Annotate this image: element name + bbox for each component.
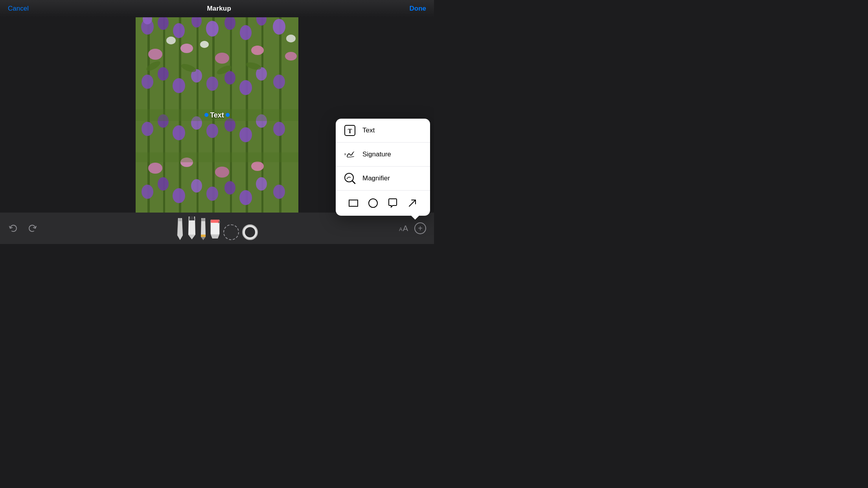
svg-text:T: T <box>348 128 352 134</box>
svg-point-61 <box>239 190 252 205</box>
dropdown-text-label: Text <box>362 127 375 134</box>
svg-point-24 <box>251 46 264 55</box>
fill-tool[interactable] <box>242 221 258 240</box>
svg-point-16 <box>206 21 219 37</box>
svg-rect-65 <box>136 152 298 162</box>
annotation-handle-right[interactable] <box>226 113 230 117</box>
pen-tool-3[interactable] <box>200 218 207 240</box>
svg-point-26 <box>166 37 176 44</box>
svg-marker-75 <box>178 218 182 221</box>
cancel-button[interactable]: Cancel <box>8 5 29 13</box>
svg-point-48 <box>239 127 252 142</box>
svg-point-25 <box>285 52 297 61</box>
text-tool-icon: T <box>344 124 356 137</box>
toolbar-left <box>8 223 38 234</box>
svg-point-22 <box>180 44 193 53</box>
svg-marker-74 <box>177 218 183 240</box>
svg-marker-81 <box>201 218 205 221</box>
svg-point-42 <box>142 122 153 136</box>
svg-line-70 <box>352 181 355 183</box>
annotation-handle-left[interactable] <box>204 113 208 117</box>
svg-point-13 <box>158 16 169 30</box>
magnifier-tool-icon <box>344 172 356 185</box>
svg-point-23 <box>215 53 229 64</box>
dropdown-item-text[interactable]: T Text <box>336 119 430 143</box>
text-size-small-a: A <box>399 226 403 232</box>
dropdown-popup: T Text x Signature Magnifier <box>336 119 430 216</box>
toolbar-right: A A + <box>399 222 426 234</box>
svg-marker-78 <box>189 216 195 220</box>
annotation-text-label: Text <box>210 111 224 119</box>
shape-speech-bubble[interactable] <box>386 196 400 210</box>
pen-tool-1[interactable] <box>176 218 184 240</box>
header: Cancel Markup Done <box>0 0 434 17</box>
text-annotation[interactable]: Text <box>204 111 230 119</box>
undo-button[interactable] <box>8 223 19 234</box>
svg-text:✕: ✕ <box>218 220 220 224</box>
svg-text:x: x <box>344 152 346 156</box>
redo-icon <box>27 223 38 234</box>
lasso-circle <box>223 224 239 240</box>
svg-point-53 <box>215 167 229 178</box>
lasso-tool[interactable] <box>223 221 239 240</box>
svg-point-14 <box>173 23 185 38</box>
eraser-tool[interactable]: ✕ <box>210 220 220 240</box>
svg-marker-88 <box>211 235 219 238</box>
pen-tool-2[interactable] <box>187 216 197 240</box>
photo-canvas[interactable]: Text <box>136 11 298 219</box>
done-button[interactable]: Done <box>409 5 426 13</box>
svg-point-20 <box>273 19 285 35</box>
svg-line-73 <box>409 200 416 206</box>
dropdown-item-magnifier[interactable]: Magnifier <box>336 167 430 191</box>
svg-point-30 <box>158 67 169 81</box>
svg-point-21 <box>148 49 162 60</box>
svg-point-31 <box>173 78 185 93</box>
svg-point-37 <box>273 75 285 89</box>
svg-marker-83 <box>201 237 206 240</box>
shape-circle[interactable] <box>366 196 380 210</box>
dropdown-signature-label: Signature <box>362 150 391 158</box>
svg-point-44 <box>173 125 185 140</box>
add-tool-button[interactable]: + <box>414 222 426 234</box>
svg-marker-79 <box>188 235 195 239</box>
svg-point-72 <box>369 199 377 207</box>
svg-point-59 <box>206 187 218 201</box>
dropdown-item-signature[interactable]: x Signature <box>336 143 430 167</box>
shape-rectangle[interactable] <box>346 196 360 210</box>
text-size-big-a: A <box>403 224 408 233</box>
svg-point-27 <box>200 41 209 48</box>
svg-point-35 <box>239 80 252 95</box>
svg-point-29 <box>142 75 153 89</box>
toolbar: ✕ A A + <box>0 213 434 244</box>
svg-point-60 <box>224 181 235 194</box>
undo-icon <box>8 223 19 234</box>
toolbar-center: ✕ <box>176 216 258 240</box>
text-size-button[interactable]: A A <box>399 224 408 233</box>
svg-point-51 <box>148 163 162 174</box>
dropdown-magnifier-label: Magnifier <box>362 174 390 182</box>
svg-point-57 <box>173 188 185 203</box>
shape-row <box>336 191 430 216</box>
redo-button[interactable] <box>27 223 38 234</box>
svg-point-50 <box>273 122 285 136</box>
svg-rect-84 <box>201 235 206 237</box>
shape-arrow[interactable] <box>405 196 419 210</box>
svg-point-54 <box>251 161 264 171</box>
svg-point-55 <box>142 185 153 199</box>
page-title: Markup <box>207 5 231 13</box>
svg-point-62 <box>256 177 267 191</box>
svg-point-28 <box>286 35 296 42</box>
svg-point-58 <box>191 179 202 193</box>
svg-point-56 <box>158 177 169 191</box>
svg-rect-71 <box>349 200 358 206</box>
svg-point-46 <box>206 124 218 138</box>
svg-point-63 <box>273 185 285 199</box>
signature-tool-icon: x <box>344 148 356 161</box>
svg-point-33 <box>206 77 218 91</box>
svg-point-17 <box>224 16 235 30</box>
svg-point-34 <box>224 71 235 84</box>
svg-point-18 <box>240 25 252 40</box>
